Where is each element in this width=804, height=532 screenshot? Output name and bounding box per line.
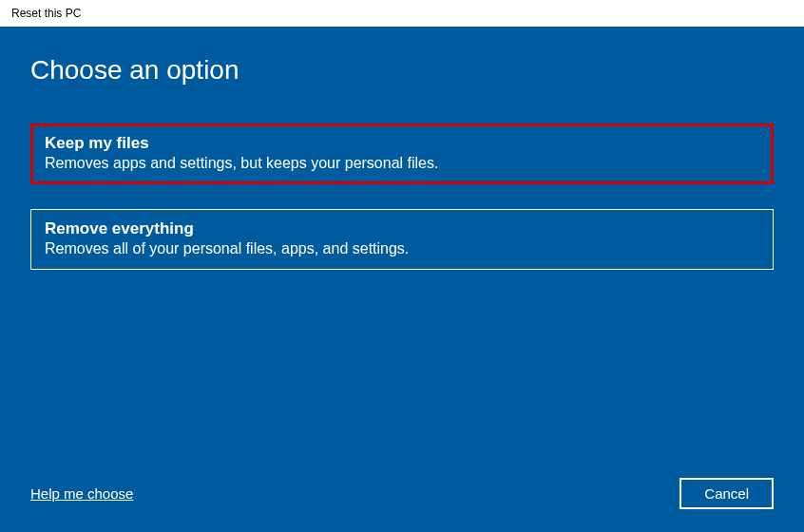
window-titlebar: Reset this PC xyxy=(0,0,804,27)
cancel-button[interactable]: Cancel xyxy=(680,478,774,509)
option-description: Removes all of your personal files, apps… xyxy=(45,240,759,257)
option-remove-everything[interactable]: Remove everything Removes all of your pe… xyxy=(30,209,774,270)
window-title: Reset this PC xyxy=(11,7,81,20)
footer: Help me choose Cancel xyxy=(30,478,774,509)
page-heading: Choose an option xyxy=(30,55,774,86)
main-panel: Choose an option Keep my files Removes a… xyxy=(0,27,804,532)
option-title: Remove everything xyxy=(45,219,759,238)
options-list: Keep my files Removes apps and settings,… xyxy=(30,124,774,270)
help-me-choose-link[interactable]: Help me choose xyxy=(30,485,133,502)
option-description: Removes apps and settings, but keeps you… xyxy=(45,155,759,172)
option-keep-my-files[interactable]: Keep my files Removes apps and settings,… xyxy=(30,124,774,184)
option-title: Keep my files xyxy=(45,134,759,153)
